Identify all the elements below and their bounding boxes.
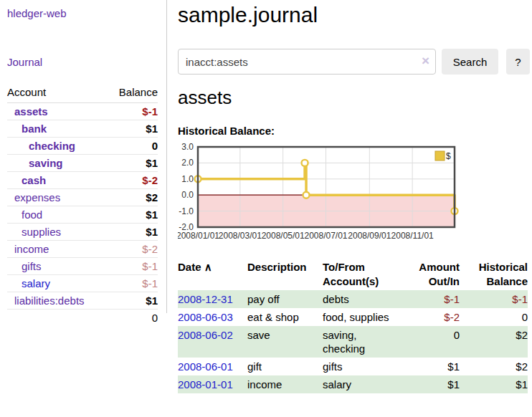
transaction-date-link[interactable]: 2008-01-01 <box>178 378 233 390</box>
accounts-total-row: 0 <box>7 310 158 327</box>
svg-text:3.0: 3.0 <box>181 142 194 152</box>
description-column-header: Description <box>247 259 323 290</box>
account-link-income[interactable]: income <box>14 243 49 255</box>
transaction-balance: $1 <box>460 375 528 393</box>
sidebar-item-journal[interactable]: Journal <box>7 56 42 68</box>
account-link-bank[interactable]: bank <box>22 123 47 135</box>
transaction-amount: $1 <box>399 375 460 393</box>
transaction-description: eat & shop <box>247 308 323 326</box>
register-header-row: Date ∧ Description To/From Account(s) Am… <box>178 259 528 290</box>
transaction-accounts: food, supplies <box>323 308 399 326</box>
transaction-date-link[interactable]: 2008-06-02 <box>178 329 233 341</box>
account-row-expenses: expenses $2 <box>7 189 158 206</box>
transaction-description: pay off <box>247 290 323 308</box>
svg-text:2008/09/01: 2008/09/01 <box>348 231 391 241</box>
date-column-header[interactable]: Date ∧ <box>178 259 247 290</box>
account-link-liabilities-debts[interactable]: liabilities:debts <box>14 294 85 307</box>
account-balance: $1 <box>108 292 158 310</box>
account-link-expenses[interactable]: expenses <box>14 191 60 203</box>
svg-text:2.0: 2.0 <box>181 158 194 168</box>
search-form: × Search ? <box>178 49 531 75</box>
svg-text:2008/11/01: 2008/11/01 <box>391 231 434 241</box>
account-row-checking: checking 0 <box>7 138 158 155</box>
register-row: 2008-06-03 eat & shop food, supplies $-2… <box>178 308 528 326</box>
register-row: 2008-06-02 save saving, checking 0 $2 <box>178 326 528 358</box>
svg-text:2008/03/01: 2008/03/01 <box>219 231 262 241</box>
clear-search-icon[interactable]: × <box>422 54 429 68</box>
svg-text:1.0: 1.0 <box>181 174 194 184</box>
account-link-supplies[interactable]: supplies <box>22 226 61 238</box>
account-row-salary: salary $-1 <box>7 275 158 292</box>
transaction-accounts: gifts <box>323 358 399 375</box>
account-balance: $1 <box>108 206 158 224</box>
account-balance: $-1 <box>108 258 158 275</box>
account-row-gifts: gifts $-1 <box>7 258 158 275</box>
transaction-date-link[interactable]: 2008-06-01 <box>178 360 233 373</box>
register-row: 2008-01-01 income salary $1 $1 <box>178 375 528 393</box>
account-link-saving[interactable]: saving <box>29 157 63 169</box>
account-row-cash: cash $-2 <box>7 172 158 189</box>
account-link-checking[interactable]: checking <box>29 140 75 152</box>
account-balance: $-2 <box>108 241 158 258</box>
transaction-amount: $1 <box>399 358 460 375</box>
historical-balance-chart: 3.02.01.00.0-1.0-2.02008/01/012008/03/01… <box>178 141 465 243</box>
svg-text:0.0: 0.0 <box>181 190 194 200</box>
transaction-balance: $2 <box>460 358 528 375</box>
transaction-amount: $-2 <box>399 308 460 326</box>
accounts-table: Account Balance assets $-1 bank $1 check… <box>7 85 158 326</box>
account-row-assets: assets $-1 <box>7 103 158 120</box>
brand-link[interactable]: hledger-web <box>7 7 67 19</box>
transaction-balance: $-1 <box>460 290 528 308</box>
register-row: 2008-06-01 gift gifts $1 $2 <box>178 358 528 375</box>
svg-text:-1.0: -1.0 <box>179 206 194 216</box>
transaction-description: save <box>247 326 323 358</box>
main-content: sample.journal × Search ? assets Histori… <box>178 0 531 393</box>
svg-text:2008/05/01: 2008/05/01 <box>262 231 305 241</box>
amount-column-header: Amount Out/In <box>399 259 460 290</box>
transaction-accounts: debts <box>323 290 399 308</box>
transaction-accounts: saving, checking <box>323 326 399 358</box>
search-input[interactable] <box>178 49 436 75</box>
help-button[interactable]: ? <box>506 49 530 75</box>
account-row-supplies: supplies $1 <box>7 224 158 241</box>
account-balance: $2 <box>108 189 158 206</box>
balance-column-header: Historical Balance <box>460 259 528 290</box>
account-row-bank: bank $1 <box>7 120 158 138</box>
account-balance: 0 <box>108 138 158 155</box>
account-link-assets[interactable]: assets <box>14 105 48 118</box>
transaction-amount: $-1 <box>399 290 460 308</box>
transaction-accounts: salary <box>323 375 399 393</box>
account-link-salary[interactable]: salary <box>22 277 50 289</box>
page-title: sample.journal <box>178 3 531 27</box>
accounts-total-value: 0 <box>108 310 158 327</box>
svg-text:2008/07/01: 2008/07/01 <box>304 231 347 241</box>
accounts-table-header: Account Balance <box>7 85 158 103</box>
account-balance: $-1 <box>108 103 158 120</box>
svg-text:2008/01/01: 2008/01/01 <box>178 231 219 241</box>
account-column-header: Account <box>7 85 108 103</box>
transaction-description: income <box>247 375 323 393</box>
sort-asc-icon: ∧ <box>204 261 212 273</box>
account-heading: assets <box>178 87 531 109</box>
account-balance: $-1 <box>108 275 158 292</box>
transaction-balance: 0 <box>460 308 528 326</box>
sidebar: hledger-web Journal Account Balance asse… <box>0 0 167 313</box>
svg-text:$: $ <box>446 151 451 161</box>
search-button[interactable]: Search <box>442 49 498 75</box>
hledger-web-page: hledger-web Journal Account Balance asse… <box>0 0 532 417</box>
transaction-date-link[interactable]: 2008-12-31 <box>178 293 233 305</box>
balance-column-header: Balance <box>108 85 158 103</box>
account-balance: $1 <box>108 155 158 172</box>
account-link-gifts[interactable]: gifts <box>22 260 42 272</box>
account-balance: $1 <box>108 224 158 241</box>
account-row-income: income $-2 <box>7 241 158 258</box>
account-link-food[interactable]: food <box>22 208 42 221</box>
transaction-date-link[interactable]: 2008-06-03 <box>178 311 233 323</box>
transaction-amount: 0 <box>399 326 460 358</box>
register-row: 2008-12-31 pay off debts $-1 $-1 <box>178 290 528 308</box>
account-balance: $-2 <box>108 172 158 189</box>
transaction-balance: $2 <box>460 326 528 358</box>
transaction-description: gift <box>247 358 323 375</box>
chart-heading: Historical Balance: <box>178 125 531 137</box>
account-link-cash[interactable]: cash <box>22 174 46 186</box>
